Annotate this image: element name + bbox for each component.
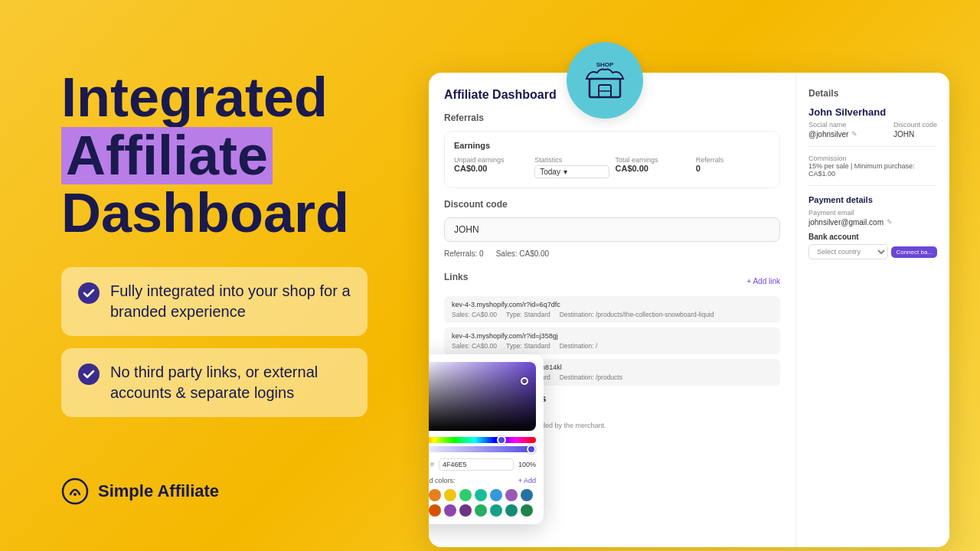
payment-email-block: Payment email johnsilver@gmail.com ✎	[808, 209, 894, 227]
payment-details-title: Payment details	[808, 195, 937, 204]
link-item-2: kev-4-3.myshopify.com/r?id=j358gj Sales:…	[444, 328, 780, 354]
color-swatches	[429, 489, 536, 517]
color-gradient-thumb[interactable]	[521, 377, 528, 385]
swatch-12[interactable]	[459, 504, 472, 517]
swatch-2[interactable]	[429, 489, 441, 501]
unpaid-label: Unpaid earnings	[454, 156, 528, 164]
link-meta-1: Sales: CA$0.00 Type: Standard Destinatio…	[452, 311, 773, 318]
features-list: Fully integrated into your shop for a br…	[61, 267, 444, 417]
check-icon-1	[78, 282, 100, 304]
social-name-value: @johnsilver	[808, 130, 848, 139]
hex-input[interactable]	[439, 458, 514, 471]
swatch-4[interactable]	[459, 489, 472, 501]
svg-point-1	[78, 364, 100, 385]
payment-email-label: Payment email	[808, 209, 894, 217]
earnings-row: Unpaid earnings CA$0.00 Statistics Today…	[454, 156, 770, 178]
earnings-title: Earnings	[454, 141, 770, 150]
swatch-8[interactable]	[521, 489, 533, 501]
link-dest-3: Destination: /products	[560, 373, 622, 381]
detail-discount-block: Discount code JOHN	[893, 121, 937, 139]
feature-item-1: Fully integrated into your shop for a br…	[61, 267, 368, 336]
swatch-5[interactable]	[475, 489, 487, 501]
title-line1: Integrated	[61, 69, 444, 127]
social-name-row: @johnsilver ✎	[808, 129, 859, 139]
divider-2	[808, 185, 937, 186]
alpha-bar[interactable]	[429, 446, 536, 452]
check-icon-2	[78, 364, 100, 385]
rainbow-thumb[interactable]	[497, 435, 506, 445]
svg-rect-4	[590, 79, 620, 97]
earnings-box: Earnings Unpaid earnings CA$0.00 Statist…	[444, 131, 780, 188]
link-url-1: kev-4-3.myshopify.com/r?id=6q7dfc	[452, 301, 773, 308]
bank-account-label: Bank account	[808, 233, 937, 241]
links-label: Links	[444, 272, 468, 282]
swatch-10[interactable]	[429, 504, 441, 517]
hex-row: Hex # 100%	[429, 458, 536, 471]
divider-1	[808, 146, 937, 147]
brand-name: Simple Affiliate	[98, 481, 219, 501]
rainbow-bar[interactable]	[429, 437, 536, 443]
chevron-down-icon: ▾	[564, 168, 567, 176]
title-line3: Dashboard	[61, 184, 444, 243]
link-item-1: kev-4-3.myshopify.com/r?id=6q7dfc Sales:…	[444, 296, 780, 323]
payment-email-row: Payment email johnsilver@gmail.com ✎	[808, 209, 937, 227]
commission-value: 15% per sale | Minimum purchase: CA$1.00	[808, 162, 937, 178]
add-link-button[interactable]: + Add link	[746, 277, 780, 285]
statistics-select[interactable]: Today ▾	[534, 165, 609, 178]
unpaid-earnings-cell: Unpaid earnings CA$0.00	[454, 156, 528, 178]
statistics-label: Statistics	[534, 156, 609, 164]
country-select[interactable]: Select country	[808, 244, 888, 259]
feature-text-2: No third party links, or external accoun…	[110, 362, 351, 403]
payment-email-row-inner: johnsilver@gmail.com ✎	[808, 217, 894, 227]
discount-code-input[interactable]: JOHN	[444, 217, 780, 242]
commission-block: Commission 15% per sale | Minimum purcha…	[808, 155, 937, 178]
details-section-label: Details	[808, 88, 937, 99]
svg-point-0	[78, 282, 100, 304]
detail-social-block: Social name @johnsilver ✎	[808, 121, 859, 139]
unpaid-value: CA$0.00	[454, 164, 528, 173]
detail-social-row: Social name @johnsilver ✎ Discount code …	[808, 121, 937, 139]
referrals-count-value: 0	[696, 164, 770, 173]
dashboard-card: Affiliate Dashboard Referrals Earnings U…	[429, 73, 949, 547]
statistics-value: Today	[540, 168, 560, 176]
discount-stats: Referrals: 0 Sales: CA$0.00	[444, 246, 780, 261]
title-line2: Affiliate	[61, 127, 273, 185]
link-url-2: kev-4-3.myshopify.com/r?id=j358gj	[452, 332, 773, 340]
dashboard-main: Affiliate Dashboard Referrals Earnings U…	[429, 73, 796, 547]
dashboard-details-sidebar: Details John Silverhand Social name @joh…	[796, 73, 949, 547]
link-meta-2: Sales: CA$0.00 Type: Standard Destinatio…	[452, 342, 773, 350]
svg-point-2	[63, 479, 87, 504]
swatch-3[interactable]	[444, 489, 456, 501]
right-panel: SHOP Affiliate Dashboard Referrals Earni…	[398, 0, 980, 551]
link-type-2: Type: Standard	[506, 342, 550, 350]
link-type-1: Type: Standard	[506, 311, 550, 318]
social-name-label: Social name	[808, 121, 859, 129]
swatch-15[interactable]	[505, 504, 518, 517]
edit-email-icon[interactable]: ✎	[887, 218, 894, 226]
swatch-7[interactable]	[505, 489, 518, 501]
color-picker-card: Hex # 100% Saved colors: + Add	[429, 354, 544, 524]
swatch-16[interactable]	[521, 504, 533, 517]
swatch-6[interactable]	[490, 489, 502, 501]
link-sales-2: Sales: CA$0.00	[452, 342, 497, 350]
add-color-button[interactable]: + Add	[518, 477, 536, 484]
referrals-count-cell: Referrals 0	[696, 156, 770, 178]
color-gradient-box[interactable]	[429, 362, 536, 431]
shop-building-icon: SHOP	[582, 57, 628, 103]
connect-bank-button[interactable]: Connect ba...	[891, 246, 937, 258]
discount-code-detail-label: Discount code	[893, 121, 937, 129]
swatch-11[interactable]	[444, 504, 456, 517]
swatch-13[interactable]	[475, 504, 487, 517]
commission-label: Commission	[808, 155, 937, 162]
alpha-thumb[interactable]	[527, 445, 536, 454]
saved-colors-header: Saved colors: + Add	[429, 477, 536, 484]
left-panel: Integrated Affiliate Dashboard Fully int…	[61, 69, 444, 417]
discount-code-detail-value: JOHN	[893, 130, 937, 139]
total-value: CA$0.00	[616, 164, 690, 173]
edit-social-icon[interactable]: ✎	[851, 130, 859, 138]
sales-stat: Sales: CA$0.00	[496, 249, 550, 258]
statistics-cell: Statistics Today ▾	[534, 156, 609, 178]
saved-colors-label: Saved colors:	[429, 477, 456, 484]
swatch-14[interactable]	[490, 504, 502, 517]
discount-label: Discount code	[444, 199, 780, 210]
